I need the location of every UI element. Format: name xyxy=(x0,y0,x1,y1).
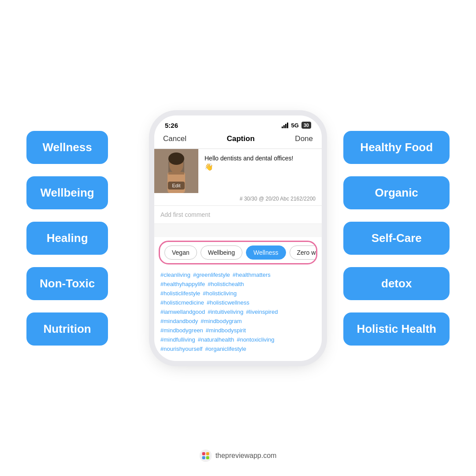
right-label-healthy-food[interactable]: Healthy Food xyxy=(343,131,450,164)
tag-chip-wellness[interactable]: Wellness xyxy=(246,245,286,260)
wave-emoji: 👋 xyxy=(205,163,213,171)
status-time: 5:26 xyxy=(165,122,178,129)
left-label-non-toxic[interactable]: Non-Toxic xyxy=(26,267,108,300)
stats-text: # 30/30 @ 20/20 Abc 2162/2200 xyxy=(240,196,316,202)
brand-text: thepreviewapp.com xyxy=(216,452,277,460)
right-label-self-care[interactable]: Self-Care xyxy=(343,222,450,255)
hashtag[interactable]: #mindbodygram xyxy=(201,318,242,324)
left-label-wellness[interactable]: Wellness xyxy=(26,131,108,164)
hashtag[interactable]: #holisticlifestyle xyxy=(160,290,200,297)
right-label-holistic-health[interactable]: Holistic Health xyxy=(343,312,450,346)
post-preview: Edit Hello dentists and dental offices! … xyxy=(154,149,322,237)
caption-text: Hello dentists and dental offices! xyxy=(205,155,293,162)
hashtag[interactable]: #healthmatters xyxy=(233,271,271,278)
hashtag-row-1: #cleanliving #greenlifestyle #healthmatt… xyxy=(160,271,316,278)
done-button[interactable]: Done xyxy=(295,134,313,143)
network-type: 5G xyxy=(291,122,298,129)
hashtag-row-4: #holisticmedicine #holisticwellness xyxy=(160,299,316,306)
svg-rect-4 xyxy=(168,161,184,175)
hashtag-row-9: #nourishyourself #organiclifestyle xyxy=(160,346,316,352)
add-comment[interactable]: Add first comment xyxy=(154,206,322,224)
nav-bar: Cancel Caption Done xyxy=(154,133,322,149)
hashtag[interactable]: #holistichealth xyxy=(208,281,244,287)
hashtag[interactable]: #mindfulliving xyxy=(160,336,195,343)
hashtag[interactable]: #cleanliving xyxy=(160,271,190,278)
hashtag-row-5: #iamwellandgood #intuitiveliving #livein… xyxy=(160,309,316,315)
cancel-button[interactable]: Cancel xyxy=(163,134,186,143)
hashtag[interactable]: #naturalhealth xyxy=(198,336,234,343)
hashtag[interactable]: #nontoxicliving xyxy=(237,336,274,343)
brand-logo-icon xyxy=(200,450,212,462)
right-label-organic[interactable]: Organic xyxy=(343,176,450,209)
hashtag[interactable]: #organiclifestyle xyxy=(205,346,246,352)
svg-rect-6 xyxy=(202,452,205,455)
hashtag[interactable]: #liveinspired xyxy=(246,309,278,315)
phone-mockup: 5:26 5G 30 Cancel Caption Done xyxy=(154,115,322,361)
hashtag[interactable]: #nourishyourself xyxy=(160,346,202,352)
caption-area[interactable]: Hello dentists and dental offices! 👋 xyxy=(198,149,322,193)
caption-title: Caption xyxy=(227,134,255,143)
hashtag-row-2: #healthyhappylife #holistichealth xyxy=(160,281,316,287)
post-thumbnail: Edit xyxy=(154,149,198,193)
left-label-healing[interactable]: Healing xyxy=(26,222,108,255)
svg-point-5 xyxy=(200,450,212,462)
tag-chip-zero-waste[interactable]: Zero waste xyxy=(290,245,318,260)
left-label-nutrition[interactable]: Nutrition xyxy=(26,312,108,346)
status-right: 5G 30 xyxy=(282,122,311,129)
right-label-detox[interactable]: detox xyxy=(343,267,450,300)
hashtag-row-6: #mindandbody #mindbodygram xyxy=(160,318,316,324)
battery-indicator: 30 xyxy=(301,122,311,129)
tag-chip-vegan[interactable]: Vegan xyxy=(164,245,197,260)
hashtag-row-3: #holisticlifestyle #holisticliving xyxy=(160,290,316,297)
hashtag-row-8: #mindfulliving #naturalhealth #nontoxicl… xyxy=(160,336,316,343)
right-labels: Healthy Food Organic Self-Care detox Hol… xyxy=(343,0,450,476)
hashtag[interactable]: #healthyhappylife xyxy=(160,281,205,287)
signal-icon xyxy=(282,123,288,128)
left-label-wellbeing[interactable]: Wellbeing xyxy=(26,176,108,209)
left-labels: Wellness Wellbeing Healing Non-Toxic Nut… xyxy=(26,0,108,476)
hashtag-row-7: #mindbodygreen #mindbodyspirit xyxy=(160,327,316,334)
edit-overlay-button[interactable]: Edit xyxy=(168,182,185,190)
hashtag[interactable]: #holisticliving xyxy=(203,290,237,297)
svg-rect-9 xyxy=(206,456,209,459)
branding: thepreviewapp.com xyxy=(200,450,277,462)
hashtag[interactable]: #mindbodygreen xyxy=(160,327,203,334)
hashtag[interactable]: #mindandbody xyxy=(160,318,198,324)
hashtag[interactable]: #mindbodyspirit xyxy=(206,327,246,334)
hashtag[interactable]: #holisticmedicine xyxy=(160,299,204,306)
svg-rect-8 xyxy=(202,456,205,459)
svg-rect-7 xyxy=(206,452,209,455)
tag-bar-outline: Vegan Wellbeing Wellness Zero waste xyxy=(159,241,317,264)
status-bar: 5:26 5G 30 xyxy=(154,115,322,133)
tag-chip-wellbeing[interactable]: Wellbeing xyxy=(201,245,242,260)
post-row: Edit Hello dentists and dental offices! … xyxy=(154,149,322,193)
hashtag[interactable]: #holisticwellness xyxy=(207,299,249,306)
post-stats: # 30/30 @ 20/20 Abc 2162/2200 xyxy=(154,193,322,206)
page-wrapper: Wellness Wellbeing Healing Non-Toxic Nut… xyxy=(0,0,476,476)
add-comment-placeholder: Add first comment xyxy=(160,211,210,218)
hashtag[interactable]: #iamwellandgood xyxy=(160,309,205,315)
hashtags-section: #cleanliving #greenlifestyle #healthmatt… xyxy=(154,268,322,361)
blur-section xyxy=(154,224,322,237)
hashtag[interactable]: #greenlifestyle xyxy=(193,271,230,278)
tag-bar-wrapper: Vegan Wellbeing Wellness Zero waste xyxy=(154,237,322,268)
hashtag[interactable]: #intuitiveliving xyxy=(208,309,243,315)
